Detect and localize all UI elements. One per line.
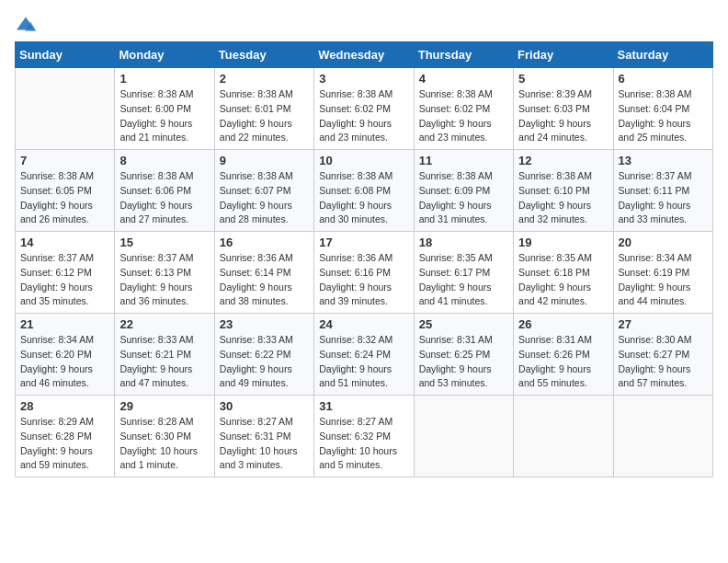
week-row-1: 1 Sunrise: 8:38 AMSunset: 6:00 PMDayligh… bbox=[16, 68, 713, 150]
day-cell: 26 Sunrise: 8:31 AMSunset: 6:26 PMDaylig… bbox=[514, 314, 613, 396]
day-number: 30 bbox=[220, 399, 309, 413]
day-number: 17 bbox=[319, 236, 408, 249]
day-number: 3 bbox=[319, 72, 408, 86]
day-cell: 3 Sunrise: 8:38 AMSunset: 6:02 PMDayligh… bbox=[314, 68, 414, 150]
day-number: 25 bbox=[419, 317, 508, 331]
day-number: 24 bbox=[319, 317, 408, 331]
day-info: Sunrise: 8:38 AMSunset: 6:08 PMDaylight:… bbox=[319, 169, 408, 227]
day-info: Sunrise: 8:35 AMSunset: 6:17 PMDaylight:… bbox=[419, 251, 508, 309]
day-info: Sunrise: 8:34 AMSunset: 6:20 PMDaylight:… bbox=[20, 333, 109, 391]
day-info: Sunrise: 8:38 AMSunset: 6:09 PMDaylight:… bbox=[419, 169, 508, 227]
day-info: Sunrise: 8:28 AMSunset: 6:30 PMDaylight:… bbox=[119, 415, 209, 473]
weekday-wednesday: Wednesday bbox=[314, 42, 414, 68]
day-info: Sunrise: 8:32 AMSunset: 6:24 PMDaylight:… bbox=[319, 333, 408, 391]
day-cell: 5 Sunrise: 8:39 AMSunset: 6:03 PMDayligh… bbox=[514, 68, 613, 150]
day-number: 7 bbox=[20, 154, 109, 167]
day-number: 31 bbox=[319, 399, 408, 413]
weekday-saturday: Saturday bbox=[613, 42, 712, 68]
day-number: 8 bbox=[119, 154, 209, 167]
day-info: Sunrise: 8:38 AMSunset: 6:04 PMDaylight:… bbox=[619, 87, 708, 145]
day-number: 29 bbox=[119, 399, 209, 413]
day-info: Sunrise: 8:29 AMSunset: 6:28 PMDaylight:… bbox=[20, 415, 109, 473]
day-cell: 13 Sunrise: 8:37 AMSunset: 6:11 PMDaylig… bbox=[613, 150, 712, 232]
day-number: 14 bbox=[20, 236, 109, 249]
day-cell bbox=[514, 396, 613, 477]
weekday-thursday: Thursday bbox=[414, 42, 513, 68]
weekday-friday: Friday bbox=[514, 42, 613, 68]
day-info: Sunrise: 8:31 AMSunset: 6:26 PMDaylight:… bbox=[518, 333, 608, 391]
day-cell: 9 Sunrise: 8:38 AMSunset: 6:07 PMDayligh… bbox=[214, 150, 313, 232]
day-info: Sunrise: 8:37 AMSunset: 6:13 PMDaylight:… bbox=[119, 251, 209, 309]
day-cell: 11 Sunrise: 8:38 AMSunset: 6:09 PMDaylig… bbox=[414, 150, 513, 232]
day-number: 9 bbox=[220, 154, 309, 167]
day-number: 15 bbox=[119, 236, 209, 249]
day-cell: 8 Sunrise: 8:38 AMSunset: 6:06 PMDayligh… bbox=[115, 150, 214, 232]
weekday-monday: Monday bbox=[115, 42, 214, 68]
week-row-3: 14 Sunrise: 8:37 AMSunset: 6:12 PMDaylig… bbox=[16, 232, 713, 314]
day-cell bbox=[414, 396, 513, 477]
day-cell: 24 Sunrise: 8:32 AMSunset: 6:24 PMDaylig… bbox=[314, 314, 414, 396]
logo-icon bbox=[15, 16, 37, 34]
day-number: 23 bbox=[220, 317, 309, 331]
weekday-header: SundayMondayTuesdayWednesdayThursdayFrid… bbox=[16, 42, 713, 68]
day-info: Sunrise: 8:27 AMSunset: 6:31 PMDaylight:… bbox=[220, 415, 309, 473]
day-info: Sunrise: 8:27 AMSunset: 6:32 PMDaylight:… bbox=[319, 415, 408, 473]
day-cell: 21 Sunrise: 8:34 AMSunset: 6:20 PMDaylig… bbox=[16, 314, 115, 396]
day-info: Sunrise: 8:34 AMSunset: 6:19 PMDaylight:… bbox=[619, 251, 708, 309]
day-cell bbox=[613, 396, 712, 477]
day-cell: 15 Sunrise: 8:37 AMSunset: 6:13 PMDaylig… bbox=[115, 232, 214, 314]
day-cell: 7 Sunrise: 8:38 AMSunset: 6:05 PMDayligh… bbox=[16, 150, 115, 232]
day-cell: 20 Sunrise: 8:34 AMSunset: 6:19 PMDaylig… bbox=[613, 232, 712, 314]
logo bbox=[15, 15, 40, 34]
day-cell: 12 Sunrise: 8:38 AMSunset: 6:10 PMDaylig… bbox=[514, 150, 613, 232]
day-cell: 28 Sunrise: 8:29 AMSunset: 6:28 PMDaylig… bbox=[16, 396, 115, 477]
day-number: 26 bbox=[518, 317, 608, 331]
day-info: Sunrise: 8:39 AMSunset: 6:03 PMDaylight:… bbox=[518, 87, 608, 145]
week-row-4: 21 Sunrise: 8:34 AMSunset: 6:20 PMDaylig… bbox=[16, 314, 713, 396]
day-number: 22 bbox=[119, 317, 209, 331]
day-number: 18 bbox=[419, 236, 508, 249]
day-number: 27 bbox=[619, 317, 708, 331]
day-cell: 31 Sunrise: 8:27 AMSunset: 6:32 PMDaylig… bbox=[314, 396, 414, 477]
day-cell: 25 Sunrise: 8:31 AMSunset: 6:25 PMDaylig… bbox=[414, 314, 513, 396]
day-number: 2 bbox=[220, 72, 309, 86]
day-info: Sunrise: 8:38 AMSunset: 6:06 PMDaylight:… bbox=[119, 169, 209, 227]
day-info: Sunrise: 8:36 AMSunset: 6:14 PMDaylight:… bbox=[220, 251, 309, 309]
day-info: Sunrise: 8:33 AMSunset: 6:21 PMDaylight:… bbox=[119, 333, 209, 391]
day-cell: 4 Sunrise: 8:38 AMSunset: 6:02 PMDayligh… bbox=[414, 68, 513, 150]
day-cell: 23 Sunrise: 8:33 AMSunset: 6:22 PMDaylig… bbox=[214, 314, 313, 396]
day-number: 19 bbox=[518, 236, 608, 249]
day-number: 5 bbox=[518, 72, 608, 86]
day-cell: 27 Sunrise: 8:30 AMSunset: 6:27 PMDaylig… bbox=[613, 314, 712, 396]
day-info: Sunrise: 8:38 AMSunset: 6:00 PMDaylight:… bbox=[119, 87, 209, 145]
day-cell: 2 Sunrise: 8:38 AMSunset: 6:01 PMDayligh… bbox=[214, 68, 313, 150]
day-info: Sunrise: 8:38 AMSunset: 6:01 PMDaylight:… bbox=[220, 87, 309, 145]
day-number: 4 bbox=[419, 72, 508, 86]
week-row-5: 28 Sunrise: 8:29 AMSunset: 6:28 PMDaylig… bbox=[16, 396, 713, 477]
day-cell bbox=[16, 68, 115, 150]
day-cell: 1 Sunrise: 8:38 AMSunset: 6:00 PMDayligh… bbox=[115, 68, 214, 150]
day-info: Sunrise: 8:38 AMSunset: 6:05 PMDaylight:… bbox=[20, 169, 109, 227]
day-number: 10 bbox=[319, 154, 408, 167]
day-info: Sunrise: 8:38 AMSunset: 6:07 PMDaylight:… bbox=[220, 169, 309, 227]
day-cell: 18 Sunrise: 8:35 AMSunset: 6:17 PMDaylig… bbox=[414, 232, 513, 314]
calendar-table: SundayMondayTuesdayWednesdayThursdayFrid… bbox=[15, 41, 713, 477]
weekday-tuesday: Tuesday bbox=[214, 42, 313, 68]
day-number: 1 bbox=[119, 72, 209, 86]
day-cell: 16 Sunrise: 8:36 AMSunset: 6:14 PMDaylig… bbox=[214, 232, 313, 314]
weekday-sunday: Sunday bbox=[16, 42, 115, 68]
day-number: 21 bbox=[20, 317, 109, 331]
day-info: Sunrise: 8:37 AMSunset: 6:12 PMDaylight:… bbox=[20, 251, 109, 309]
day-cell: 22 Sunrise: 8:33 AMSunset: 6:21 PMDaylig… bbox=[115, 314, 214, 396]
day-info: Sunrise: 8:38 AMSunset: 6:10 PMDaylight:… bbox=[518, 169, 608, 227]
day-cell: 17 Sunrise: 8:36 AMSunset: 6:16 PMDaylig… bbox=[314, 232, 414, 314]
day-number: 16 bbox=[220, 236, 309, 249]
day-number: 20 bbox=[619, 236, 708, 249]
day-info: Sunrise: 8:38 AMSunset: 6:02 PMDaylight:… bbox=[319, 87, 408, 145]
day-info: Sunrise: 8:31 AMSunset: 6:25 PMDaylight:… bbox=[419, 333, 508, 391]
day-number: 28 bbox=[20, 399, 109, 413]
day-cell: 6 Sunrise: 8:38 AMSunset: 6:04 PMDayligh… bbox=[613, 68, 712, 150]
day-info: Sunrise: 8:38 AMSunset: 6:02 PMDaylight:… bbox=[419, 87, 508, 145]
day-cell: 30 Sunrise: 8:27 AMSunset: 6:31 PMDaylig… bbox=[214, 396, 313, 477]
day-cell: 19 Sunrise: 8:35 AMSunset: 6:18 PMDaylig… bbox=[514, 232, 613, 314]
